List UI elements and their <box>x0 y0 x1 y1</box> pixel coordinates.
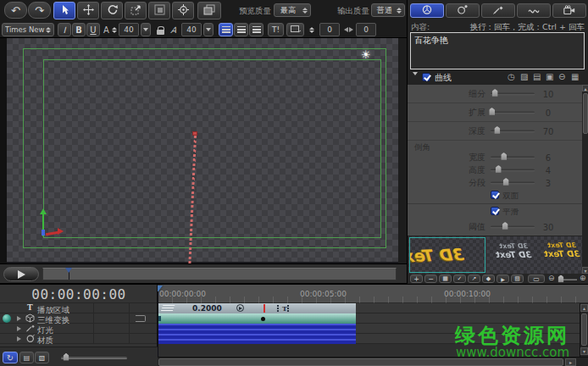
apply-preset-button[interactable]: ✓ <box>453 274 466 283</box>
minus-icon[interactable]: ⊖ <box>558 72 565 81</box>
slider-track[interactable] <box>491 181 535 184</box>
keyframe-dot[interactable] <box>261 317 265 321</box>
font-size-field[interactable]: 40 <box>119 23 139 36</box>
grid-view-button[interactable]: ▦ <box>439 274 452 283</box>
viewport-canvas[interactable]: ☀ <box>7 38 398 263</box>
select-tool-button[interactable] <box>53 2 75 19</box>
stopwatch-icon[interactable]: ◷ <box>508 72 515 81</box>
transfer-mode-icon[interactable]: ▨ <box>520 72 528 81</box>
output-quality-dropdown[interactable]: 普通 <box>371 3 405 17</box>
style-preset-3[interactable]: 3D Text 3D Text <box>543 237 582 273</box>
font-family-dropdown[interactable]: Times New Ron <box>2 23 54 36</box>
double-sided-checkbox[interactable] <box>491 191 499 199</box>
preview-quality-dropdown[interactable]: 最高 <box>274 3 311 17</box>
zoom-in-icon[interactable]: ⊕ <box>580 274 586 282</box>
fullscreen-preview-button[interactable]: ▭ <box>528 274 545 283</box>
style-preset-selected[interactable]: 3D Tex <box>409 237 485 273</box>
line-spacing-field[interactable]: 0 <box>319 23 340 36</box>
timeline-zoom-slider[interactable] <box>61 357 127 359</box>
z-axis-gizmo[interactable] <box>42 230 45 236</box>
slider-thumb[interactable] <box>492 89 498 97</box>
zoom-out-icon[interactable]: ⊖ <box>548 274 555 282</box>
slider-track[interactable] <box>491 111 535 114</box>
keyframe-marker[interactable] <box>263 304 265 313</box>
preview-preset-button[interactable]: ▶ <box>496 274 509 283</box>
tab-light[interactable] <box>481 3 515 18</box>
scrollbar-thumb[interactable] <box>583 93 588 134</box>
clip-link-icon[interactable] <box>136 315 146 322</box>
scroll-down-button[interactable]: ▾ <box>582 267 588 274</box>
export-preset-button[interactable]: ↗ <box>468 274 480 283</box>
preview-scrubber[interactable] <box>42 268 397 280</box>
italic-button[interactable]: I <box>58 23 71 36</box>
scroll-up-button[interactable]: ▴ <box>582 85 588 92</box>
object-sphere-icon[interactable] <box>3 314 11 323</box>
grid-icon[interactable]: ▦ <box>571 72 579 81</box>
target-tool-button[interactable] <box>172 2 194 19</box>
scroll-down-button[interactable]: ▾ <box>580 347 588 355</box>
pattern-preset-button[interactable]: ▧ <box>511 274 524 283</box>
tab-3d-text[interactable] <box>410 3 444 18</box>
play-area-clip[interactable]: 0.2000 T <box>158 303 356 313</box>
slider-thumb[interactable] <box>64 353 69 361</box>
slider-thumb[interactable] <box>558 274 564 282</box>
light-source-icon[interactable]: ☀ <box>361 48 371 61</box>
expand-arrow-icon[interactable] <box>17 316 21 321</box>
char-width-dropdown-button[interactable] <box>203 23 214 36</box>
tab-material[interactable] <box>446 3 480 18</box>
curve-enabled-checkbox[interactable] <box>422 73 430 81</box>
keyframe-view-button[interactable]: ▤ <box>19 352 34 363</box>
text-orientation-button[interactable]: T! <box>268 23 284 36</box>
scrubber-playhead-icon[interactable] <box>65 268 72 273</box>
stepper-icon[interactable] <box>397 8 402 14</box>
clip-grip-icon[interactable] <box>161 305 175 312</box>
slider-thumb[interactable] <box>501 152 507 160</box>
slider-track[interactable] <box>491 130 535 132</box>
remove-preset-button[interactable]: − <box>424 274 437 283</box>
tab-camera[interactable] <box>552 3 586 18</box>
duplicate-tool-button[interactable] <box>197 2 221 19</box>
slider-track[interactable] <box>491 169 535 171</box>
rotate-tool-button[interactable] <box>101 2 123 19</box>
add-preset-button[interactable]: + <box>410 274 423 283</box>
curve-view-button[interactable]: ▧ <box>35 352 49 363</box>
stepper-icon[interactable] <box>46 27 51 33</box>
collapse-arrow-icon[interactable] <box>413 75 418 85</box>
align-left-button[interactable] <box>219 23 233 36</box>
track-label-material[interactable]: 材质 <box>37 336 53 347</box>
play-button[interactable] <box>3 267 39 281</box>
shape-preset-button[interactable]: ◆ <box>482 274 495 283</box>
scale-tool-button[interactable] <box>125 2 147 19</box>
slider-track[interactable] <box>491 225 535 228</box>
expand-arrow-icon[interactable] <box>17 326 21 331</box>
bold-button[interactable]: B <box>72 23 86 36</box>
align-center-button[interactable] <box>234 23 248 36</box>
timeline-playhead-line[interactable] <box>158 291 158 357</box>
slider-thumb[interactable] <box>496 165 502 173</box>
stopwatch-icon[interactable] <box>236 304 244 312</box>
char-width-field[interactable]: 40 <box>181 23 202 36</box>
slider-track[interactable] <box>491 156 535 158</box>
expand-arrow-icon[interactable] <box>17 336 21 341</box>
text-content-input[interactable]: 百花争艳 <box>410 32 585 69</box>
smooth-checkbox[interactable] <box>491 207 499 215</box>
align-right-button[interactable] <box>249 23 263 36</box>
slider-thumb[interactable] <box>502 222 508 230</box>
slider-track[interactable] <box>491 92 535 95</box>
timeline-vscrollbar[interactable]: ▴ ▾ <box>580 303 588 357</box>
undo-button[interactable]: ↶ <box>4 2 27 19</box>
scroll-up-button[interactable]: ▴ <box>580 304 588 312</box>
layer-icon[interactable]: ▤ <box>533 72 541 81</box>
region-tool-button[interactable] <box>148 2 170 19</box>
textbox-button[interactable] <box>286 23 304 36</box>
timecode-display[interactable]: 00:00:00:00 <box>0 286 158 302</box>
panel-scrollbar[interactable]: ▴ ▾ <box>582 85 588 274</box>
stepper-icon[interactable] <box>302 8 308 14</box>
slider-thumb[interactable] <box>494 126 500 134</box>
style-preset-2[interactable]: 3D Text 3D Text <box>487 237 541 273</box>
kerning-field[interactable]: 0 <box>356 23 376 36</box>
thumbnail-zoom-slider[interactable] <box>558 279 577 280</box>
slider-thumb[interactable] <box>503 178 509 186</box>
solo-icon[interactable]: ▣ <box>546 72 553 81</box>
timeline-ruler[interactable]: 00:00:00:00 00:00:05:00 00:00:10:00 <box>158 285 588 303</box>
